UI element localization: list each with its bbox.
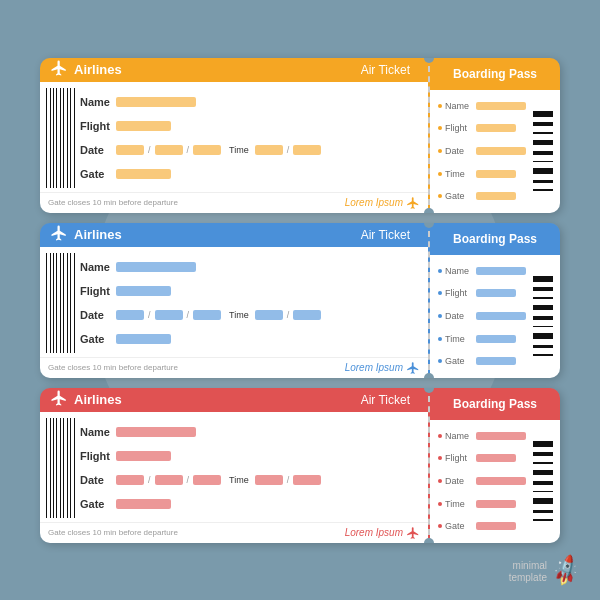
ticket-main-red: Airlines Air Ticket Name [40,388,428,543]
ticket-header-blue: Airlines Air Ticket [40,223,428,247]
field-label-name: Name [80,96,112,108]
field-bar-flight [116,121,171,131]
bp-header-red: Boarding Pass [430,388,560,420]
field-bar-name [116,97,196,107]
divider-red [428,388,430,543]
boarding-pass-blue: Boarding Pass Name Flight Date Time Gate [430,223,560,378]
bp-body-blue: Name Flight Date Time Gate [430,255,560,378]
field-row-gate: Gate [80,168,420,180]
ticket-fields-blue: Name Flight Date / / Time [80,253,420,353]
air-ticket-label-red: Air Ticket [361,393,410,407]
bp-bar-time [476,170,516,178]
divider-orange [428,58,430,213]
field-label-date: Date [80,144,112,156]
ticket-body-red: Name Flight Date / / Time [40,412,428,522]
air-ticket-label-blue: Air Ticket [361,228,410,242]
field-bar-time1 [255,145,283,155]
watermark: minimal template 🚀 [509,558,580,584]
ticket-red: Airlines Air Ticket Name [40,388,560,543]
plane-icon-blue [50,224,68,246]
field-bar-date1 [116,145,144,155]
airline-label-blue: Airlines [74,227,355,242]
bp-bar-name [476,102,526,110]
field-bar-time2 [293,145,321,155]
background: Airlines Air Ticket Name [0,0,600,600]
ticket-body-blue: Name Flight Date / / Time [40,247,428,357]
bp-fields-orange: Name Flight Date Tim [438,95,526,208]
plane-icon-red [50,389,68,411]
field-row-flight: Flight [80,120,420,132]
barcode-left-orange [44,88,76,188]
bp-bar-date [476,147,526,155]
airline-label-red: Airlines [74,392,355,407]
field-bar-date3 [193,145,221,155]
ticket-fields-orange: Name Flight Date / / Time [80,88,420,188]
field-label-gate: Gate [80,168,112,180]
barcode-right-orange [530,95,555,208]
ticket-orange: Airlines Air Ticket Name [40,58,560,213]
bp-header-label-orange: Boarding Pass [453,67,537,81]
field-bar-gate [116,169,171,179]
brand-orange: Lorem Ipsum [345,196,420,210]
divider-blue [428,223,430,378]
boarding-pass-red: Boarding Pass Name Flight Date Time Gate [430,388,560,543]
ticket-blue: Airlines Air Ticket Name [40,223,560,378]
ticket-footer-red: Gate closes 10 min before departure Lore… [40,522,428,543]
field-row-name: Name [80,96,420,108]
ticket-main-orange: Airlines Air Ticket Name [40,58,428,213]
bp-row-date: Date [438,146,526,156]
boarding-pass-orange: Boarding Pass Name Flight [430,58,560,213]
gate-note-orange: Gate closes 10 min before departure [48,198,178,207]
bp-body-orange: Name Flight Date Tim [430,90,560,213]
barcode-left-blue [44,253,76,353]
watermark-text: minimal template [509,560,547,584]
bp-row-flight: Flight [438,123,526,133]
ticket-header-orange: Airlines Air Ticket [40,58,428,82]
bp-header-orange: Boarding Pass [430,58,560,90]
field-row-date: Date / / Time / [80,144,420,156]
bp-row-name: Name [438,101,526,111]
bp-body-red: Name Flight Date Time Gate [430,420,560,543]
bp-bar-flight [476,124,516,132]
bp-row-gate: Gate [438,191,526,201]
ticket-footer-orange: Gate closes 10 min before departure Lore… [40,192,428,213]
ticket-body-orange: Name Flight Date / / Time [40,82,428,192]
ticket-main-blue: Airlines Air Ticket Name [40,223,428,378]
ticket-header-red: Airlines Air Ticket [40,388,428,412]
ticket-footer-blue: Gate closes 10 min before departure Lore… [40,357,428,378]
field-bar-date2 [155,145,183,155]
air-ticket-label-orange: Air Ticket [361,63,410,77]
bp-row-time: Time [438,169,526,179]
bp-bar-gate-bp [476,192,516,200]
rocket-icon: 🚀 [548,553,584,589]
bp-header-blue: Boarding Pass [430,223,560,255]
airline-label-orange: Airlines [74,62,355,77]
field-label-flight: Flight [80,120,112,132]
plane-icon [50,59,68,81]
